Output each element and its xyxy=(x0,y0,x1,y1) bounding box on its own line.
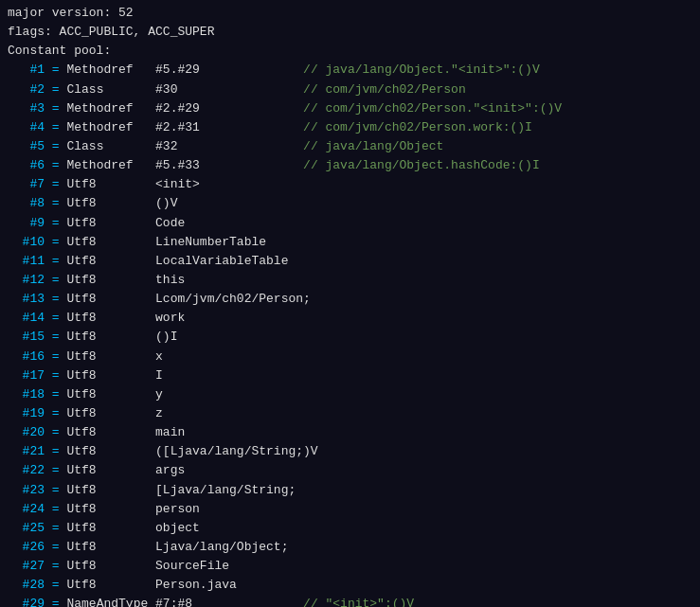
entry-type: Utf8 xyxy=(66,194,155,213)
table-row: #21 = Utf8 ([Ljava/lang/String;)V xyxy=(8,442,692,461)
table-row: #3 = Methodref #2.#29 // com/jvm/ch02/Pe… xyxy=(8,99,692,118)
entry-type: Utf8 xyxy=(66,366,155,385)
entry-refs: this xyxy=(155,271,303,290)
entry-number: #5 = xyxy=(8,137,66,156)
entry-type: Methodref xyxy=(66,156,155,175)
table-row: #5 = Class #32 // java/lang/Object xyxy=(8,137,692,156)
entry-refs: ([Ljava/lang/String;)V xyxy=(155,442,318,461)
table-row: #11 = Utf8 LocalVariableTable xyxy=(8,252,692,271)
table-row: #23 = Utf8 [Ljava/lang/String; xyxy=(8,481,692,500)
entry-type: Utf8 xyxy=(66,290,155,309)
table-row: #6 = Methodref #5.#33 // java/lang/Objec… xyxy=(8,156,692,175)
entry-refs: work xyxy=(155,309,303,328)
entry-refs: #5.#33 xyxy=(155,156,303,175)
entry-number: #18 = xyxy=(8,385,66,404)
table-row: #20 = Utf8 main xyxy=(8,423,692,442)
entry-number: #8 = xyxy=(8,194,66,213)
entry-refs: #2.#29 xyxy=(155,99,303,118)
table-row: #2 = Class #30 // com/jvm/ch02/Person xyxy=(8,80,692,99)
entry-refs: Code xyxy=(155,214,303,233)
entry-refs: Person.java xyxy=(155,576,303,595)
entry-comment: // com/jvm/ch02/Person xyxy=(303,80,466,99)
entry-comment: // "<init>":()V xyxy=(303,595,414,607)
entry-refs: y xyxy=(155,385,303,404)
table-row: #10 = Utf8 LineNumberTable xyxy=(8,233,692,252)
table-row: #25 = Utf8 object xyxy=(8,519,692,538)
entry-refs: #2.#31 xyxy=(155,118,303,137)
table-row: #24 = Utf8 person xyxy=(8,500,692,519)
entry-type: Class xyxy=(66,80,155,99)
entry-refs: #5.#29 xyxy=(155,61,303,80)
table-row: #26 = Utf8 Ljava/lang/Object; xyxy=(8,538,692,557)
table-row: #27 = Utf8 SourceFile xyxy=(8,557,692,576)
entry-refs: ()I xyxy=(155,328,303,347)
table-row: #29 = NameAndType #7:#8 // "<init>":()V xyxy=(8,595,692,607)
entry-number: #25 = xyxy=(8,519,66,538)
entry-refs: #32 xyxy=(155,137,303,156)
entry-refs: object xyxy=(155,519,303,538)
entry-type: Utf8 xyxy=(66,404,155,423)
entry-refs: <init> xyxy=(155,175,303,194)
entry-number: #12 = xyxy=(8,271,66,290)
entry-number: #10 = xyxy=(8,233,66,252)
entry-type: Utf8 xyxy=(66,214,155,233)
entry-number: #19 = xyxy=(8,404,66,423)
entry-number: #29 = xyxy=(8,595,66,607)
entry-type: Methodref xyxy=(66,99,155,118)
table-row: #7 = Utf8 <init> xyxy=(8,175,692,194)
entry-refs: [Ljava/lang/String; xyxy=(155,481,303,500)
entry-comment: // com/jvm/ch02/Person."<init>":()V xyxy=(303,99,562,118)
table-row: #16 = Utf8 x xyxy=(8,348,692,366)
constant-pool-entries: #1 = Methodref #5.#29 // java/lang/Objec… xyxy=(8,61,692,607)
entry-type: Utf8 xyxy=(66,252,155,271)
entry-number: #9 = xyxy=(8,214,66,233)
table-row: #17 = Utf8 I xyxy=(8,366,692,385)
entry-type: Utf8 xyxy=(66,519,155,538)
entry-comment: // java/lang/Object xyxy=(303,137,443,156)
entry-type: Utf8 xyxy=(66,348,155,366)
entry-refs: SourceFile xyxy=(155,557,303,576)
entry-number: #17 = xyxy=(8,366,66,385)
table-row: #22 = Utf8 args xyxy=(8,461,692,480)
entry-refs: main xyxy=(155,423,303,442)
entry-number: #15 = xyxy=(8,328,66,347)
entry-comment: // java/lang/Object.hashCode:()I xyxy=(303,156,540,175)
entry-type: Utf8 xyxy=(66,309,155,328)
entry-number: #4 = xyxy=(8,118,66,137)
entry-number: #28 = xyxy=(8,576,66,595)
entry-refs: I xyxy=(155,366,303,385)
entry-refs: x xyxy=(155,348,303,366)
table-row: #14 = Utf8 work xyxy=(8,309,692,328)
entry-number: #21 = xyxy=(8,442,66,461)
header-line3: Constant pool: xyxy=(8,42,692,61)
table-row: #12 = Utf8 this xyxy=(8,271,692,290)
entry-type: Utf8 xyxy=(66,538,155,557)
entry-number: #24 = xyxy=(8,500,66,519)
entry-type: Utf8 xyxy=(66,233,155,252)
entry-number: #26 = xyxy=(8,538,66,557)
entry-number: #14 = xyxy=(8,309,66,328)
entry-number: #13 = xyxy=(8,290,66,309)
entry-type: Utf8 xyxy=(66,576,155,595)
entry-type: Class xyxy=(66,137,155,156)
entry-type: Utf8 xyxy=(66,271,155,290)
entry-refs: LocalVariableTable xyxy=(155,252,303,271)
entry-comment: // com/jvm/ch02/Person.work:()I xyxy=(303,118,532,137)
table-row: #8 = Utf8 ()V xyxy=(8,194,692,213)
code-viewer: major version: 52 flags: ACC_PUBLIC, ACC… xyxy=(0,0,700,607)
entry-comment: // java/lang/Object."<init>":()V xyxy=(303,61,540,80)
table-row: #19 = Utf8 z xyxy=(8,404,692,423)
entry-number: #16 = xyxy=(8,348,66,366)
entry-number: #11 = xyxy=(8,252,66,271)
entry-refs: #7:#8 xyxy=(155,595,303,607)
entry-refs: LineNumberTable xyxy=(155,233,303,252)
table-row: #18 = Utf8 y xyxy=(8,385,692,404)
entry-number: #23 = xyxy=(8,481,66,500)
entry-type: Methodref xyxy=(66,118,155,137)
table-row: #13 = Utf8 Lcom/jvm/ch02/Person; xyxy=(8,290,692,309)
entry-number: #2 = xyxy=(8,80,66,99)
entry-number: #27 = xyxy=(8,557,66,576)
entry-type: Utf8 xyxy=(66,385,155,404)
entry-number: #3 = xyxy=(8,99,66,118)
entry-type: Utf8 xyxy=(66,175,155,194)
